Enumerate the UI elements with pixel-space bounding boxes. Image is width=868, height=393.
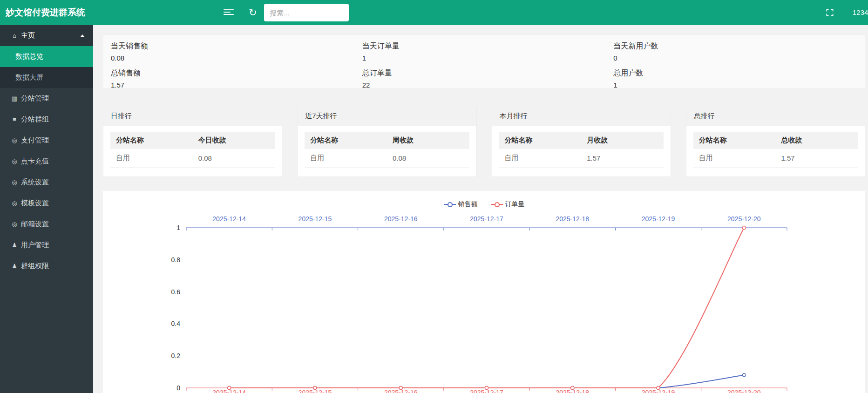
sidebar-item-site-groups[interactable]: ≡分站群组 <box>0 109 93 130</box>
x-axis-bottom-label: 2025-12-20 <box>727 389 761 393</box>
legend-label: 订单量 <box>505 200 525 209</box>
sidebar-item-mail-settings[interactable]: ◎邮箱设置 <box>0 214 93 235</box>
ranking-cell: 自用 <box>693 149 776 168</box>
chevron-up-icon <box>80 34 85 37</box>
pay-icon: ◎ <box>10 137 19 144</box>
table-row: 自用0.08 <box>305 149 469 168</box>
sidebar-item-payment-manage[interactable]: ◎支付管理 <box>0 130 93 151</box>
legend-item[interactable]: 销售额 <box>444 200 478 209</box>
ranking-title: 总排行 <box>686 106 865 126</box>
sidebar-item-card-recharge[interactable]: ◎点卡充值 <box>0 151 93 172</box>
ranking-cell: 自用 <box>110 149 193 168</box>
ranking-title: 近7天排行 <box>298 106 476 126</box>
app-title: 妙文馆付费进群系统 <box>6 0 85 25</box>
recharge-icon: ◎ <box>10 158 19 165</box>
legend-item[interactable]: 订单量 <box>491 200 525 209</box>
x-axis-top-label: 2025-12-18 <box>556 215 589 223</box>
rankings-row: 日排行分站名称今日收款自用0.08近7天排行分站名称周收款自用0.08本月排行分… <box>103 106 865 177</box>
x-axis-top-label: 2025-12-20 <box>727 215 761 223</box>
sidebar-item-template-settings[interactable]: ◎模板设置 <box>0 193 93 214</box>
ranking-col-header: 分站名称 <box>110 132 193 149</box>
stat-label: 总用户数 <box>613 68 865 78</box>
sidebar-item-label: 主页 <box>21 31 35 40</box>
ranking-cell: 自用 <box>305 149 387 168</box>
user-icon: ♟ <box>10 242 19 249</box>
sidebar-item-label: 支付管理 <box>21 136 49 145</box>
stat-value: 1 <box>362 54 614 62</box>
sidebar-item-home[interactable]: ⌂主页 <box>0 25 93 46</box>
y-axis-label: 0.4 <box>171 320 181 327</box>
menu-toggle-icon[interactable] <box>224 9 234 16</box>
ranking-cell: 1.57 <box>775 149 858 168</box>
fullscreen-icon[interactable] <box>825 8 834 17</box>
sidebar-item-data-screen[interactable]: 数据大屏 <box>0 67 93 88</box>
ranking-table: 分站名称月收款自用1.57 <box>492 126 671 168</box>
header: 妙文馆付费进群系统 ↻ 12345 <box>0 0 868 25</box>
data-point <box>742 226 746 230</box>
ranking-col-header: 今日收款 <box>193 132 275 149</box>
ranking-cell: 1.57 <box>581 149 664 168</box>
data-point <box>228 386 231 390</box>
stat-label: 当天新用户数 <box>613 41 865 51</box>
site-icon: ▥ <box>10 95 19 102</box>
sidebar-item-system-settings[interactable]: ◎系统设置 <box>0 172 93 193</box>
stat-value: 22 <box>362 81 614 89</box>
ranking-col-header: 分站名称 <box>499 132 582 149</box>
ranking-col-header: 总收款 <box>775 132 858 149</box>
sidebar-item-site-manage[interactable]: ▥分站管理 <box>0 88 93 109</box>
ranking-card: 日排行分站名称今日收款自用0.08 <box>103 106 282 177</box>
home-icon: ⌂ <box>10 32 19 39</box>
stat-cell: 当天订单量1 <box>362 41 614 62</box>
sidebar-item-label: 数据大屏 <box>15 73 43 82</box>
sidebar-item-label: 模板设置 <box>21 199 49 208</box>
stat-value: 1 <box>613 81 865 89</box>
y-axis-label: 1 <box>176 224 180 231</box>
stat-label: 总销售额 <box>111 68 362 78</box>
data-point <box>742 373 746 377</box>
x-axis-top-label: 2025-12-15 <box>298 215 332 223</box>
ranking-card: 近7天排行分站名称周收款自用0.08 <box>297 106 476 177</box>
table-row: 自用0.08 <box>110 149 275 168</box>
table-row: 自用1.57 <box>693 149 858 168</box>
ranking-col-header: 分站名称 <box>305 132 387 149</box>
stat-label: 当天订单量 <box>362 41 614 51</box>
sidebar-item-label: 分站管理 <box>21 94 49 103</box>
x-axis-top-label: 2025-12-17 <box>470 215 503 223</box>
ranking-table: 分站名称总收款自用1.57 <box>686 126 865 168</box>
ranking-card: 本月排行分站名称月收款自用1.57 <box>492 106 671 177</box>
ranking-cell: 0.08 <box>193 149 275 168</box>
user-label[interactable]: 12345 <box>853 0 868 25</box>
refresh-icon[interactable]: ↻ <box>249 0 257 25</box>
legend-marker-icon <box>444 202 456 207</box>
ranking-table: 分站名称今日收款自用0.08 <box>103 126 282 168</box>
x-axis-top-label: 2025-12-16 <box>384 215 418 223</box>
stats-panel: 当天销售额0.08当天订单量1当天新用户数0总销售额1.57总订单量22总用户数… <box>103 34 865 88</box>
stat-cell: 总销售额1.57 <box>111 68 362 89</box>
y-axis-label: 0.6 <box>171 288 181 296</box>
settings-icon: ◎ <box>10 179 19 186</box>
sidebar-item-group-perms[interactable]: ♟群组权限 <box>0 256 93 277</box>
data-point <box>657 386 660 390</box>
users-icon: ♟ <box>10 263 19 270</box>
stat-cell: 当天新用户数0 <box>613 41 865 62</box>
stat-value: 0.08 <box>111 54 362 62</box>
data-point <box>313 386 317 390</box>
search-input[interactable] <box>264 4 349 21</box>
ranking-title: 本月排行 <box>492 106 671 126</box>
ranking-table: 分站名称周收款自用0.08 <box>298 126 476 168</box>
mail-icon: ◎ <box>10 221 19 228</box>
sidebar-item-label: 点卡充值 <box>21 157 49 166</box>
ranking-card: 总排行分站名称总收款自用1.57 <box>686 106 865 177</box>
ranking-col-header: 周收款 <box>387 132 469 149</box>
sidebar-item-label: 用户管理 <box>21 241 49 250</box>
sidebar-item-label: 邮箱设置 <box>21 220 49 229</box>
data-point <box>485 386 488 390</box>
stat-label: 总订单量 <box>362 68 614 78</box>
data-point <box>399 386 402 390</box>
stat-cell: 当天销售额0.08 <box>111 41 362 62</box>
legend-marker-icon <box>491 202 503 207</box>
chart-legend: 销售额订单量 <box>103 200 865 209</box>
sidebar-item-data-overview[interactable]: 数据总览 <box>0 46 93 67</box>
x-axis-top-label: 2025-12-14 <box>212 215 246 223</box>
sidebar-item-user-manage[interactable]: ♟用户管理 <box>0 235 93 256</box>
